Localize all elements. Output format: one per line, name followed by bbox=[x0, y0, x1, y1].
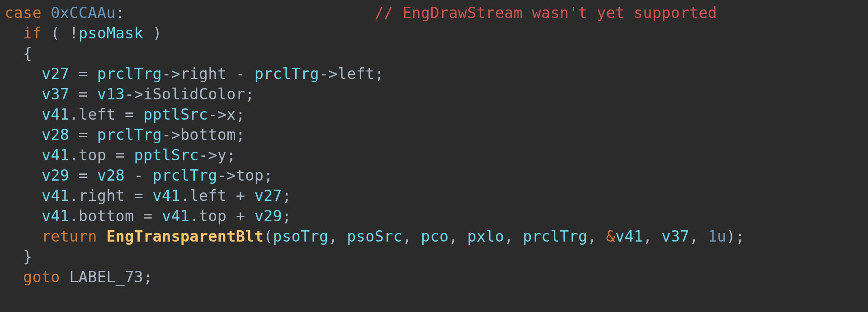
code-line: v27 = prclTrg->right - prclTrg->left; bbox=[5, 65, 384, 83]
paren-open-neg: ( ! bbox=[51, 24, 78, 42]
code-line: v41.top = pptlSrc->y; bbox=[5, 146, 236, 164]
keyword-goto: goto bbox=[23, 268, 60, 286]
v37: v37 bbox=[42, 85, 69, 103]
code-line: v28 = prclTrg->bottom; bbox=[5, 126, 245, 144]
v28: v28 bbox=[42, 126, 69, 144]
brace-open: { bbox=[23, 45, 32, 62]
code-line: case 0xCCAAu: // EngDrawStream wasn't ye… bbox=[5, 4, 717, 22]
colon: : bbox=[116, 4, 125, 22]
code-line: if ( !psoMask ) bbox=[5, 24, 162, 42]
code-block: case 0xCCAAu: // EngDrawStream wasn't ye… bbox=[0, 0, 868, 287]
code-line: v41.bottom = v41.top + v29; bbox=[5, 207, 292, 225]
keyword-return: return bbox=[42, 228, 97, 245]
cond-var: psoMask bbox=[79, 24, 143, 42]
goto-label: LABEL_73 bbox=[69, 268, 143, 286]
brace-close: } bbox=[23, 248, 32, 265]
fn-call: EngTransparentBlt bbox=[106, 228, 264, 245]
code-line: v37 = v13->iSolidColor; bbox=[5, 85, 255, 103]
code-line: } bbox=[5, 248, 32, 265]
v29: v29 bbox=[42, 167, 69, 184]
code-line: { bbox=[5, 45, 32, 62]
amp-icon: & bbox=[606, 228, 615, 245]
code-line: v41.left = pptlSrc->x; bbox=[5, 106, 245, 123]
comment: // EngDrawStream wasn't yet supported bbox=[375, 4, 717, 22]
code-line: v29 = v28 - prclTrg->top; bbox=[5, 167, 273, 184]
code-line: goto LABEL_73; bbox=[5, 268, 153, 286]
code-line: v41.right = v41.left + v27; bbox=[5, 187, 292, 205]
v27: v27 bbox=[42, 65, 69, 83]
keyword-case: case bbox=[5, 4, 42, 22]
keyword-if: if bbox=[23, 24, 42, 42]
case-value: 0xCCAAu bbox=[51, 4, 115, 22]
paren-close: ) bbox=[143, 24, 162, 42]
code-line: return EngTransparentBlt(psoTrg, psoSrc,… bbox=[5, 228, 745, 245]
